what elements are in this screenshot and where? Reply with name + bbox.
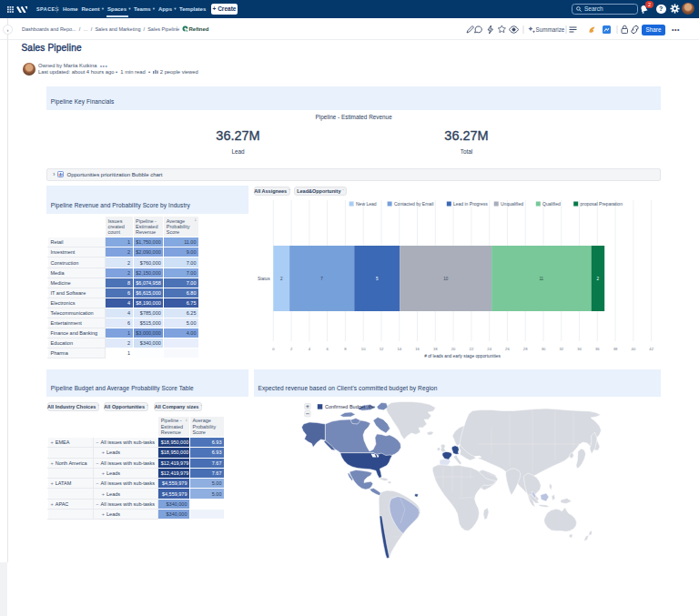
svg-text:6: 6 [326, 347, 329, 351]
svg-text:34: 34 [577, 347, 582, 351]
svg-text:16: 16 [415, 347, 420, 351]
svg-text:8: 8 [344, 347, 347, 351]
svg-text:7: 7 [320, 277, 323, 281]
svg-text:proposal Preparation: proposal Preparation [581, 201, 623, 207]
svg-text:11: 11 [539, 277, 543, 281]
svg-text:Confirmed Budget ,the: Confirmed Budget ,the [325, 404, 375, 409]
svg-text:26: 26 [505, 347, 510, 351]
svg-text:10: 10 [361, 347, 366, 351]
svg-text:40: 40 [632, 347, 636, 351]
svg-text:Status: Status [258, 277, 270, 281]
svg-text:# of leads and early stage opp: # of leads and early stage opportunities [424, 354, 501, 358]
svg-text:18: 18 [433, 347, 438, 351]
svg-text:Unqualified: Unqualified [501, 201, 523, 207]
svg-text:2: 2 [290, 347, 293, 351]
svg-text:30: 30 [542, 347, 546, 351]
svg-text:2: 2 [597, 277, 600, 281]
svg-text:Contacted by Email: Contacted by Email [394, 201, 433, 207]
svg-text:4: 4 [309, 347, 311, 351]
svg-text:20: 20 [451, 347, 456, 351]
svg-text:Lead in Progress: Lead in Progress [453, 201, 488, 207]
svg-text:5: 5 [376, 277, 379, 281]
svg-text:42: 42 [649, 347, 653, 351]
svg-text:2: 2 [280, 277, 283, 281]
svg-text:22: 22 [470, 347, 474, 351]
svg-text:0: 0 [272, 347, 275, 351]
svg-text:28: 28 [523, 347, 528, 351]
svg-text:10: 10 [443, 277, 449, 281]
svg-text:12: 12 [380, 347, 384, 351]
svg-text:New Lead: New Lead [356, 201, 377, 207]
svg-text:32: 32 [559, 347, 563, 351]
svg-text:Qualified: Qualified [542, 201, 561, 207]
svg-text:36: 36 [595, 347, 600, 351]
svg-text:14: 14 [397, 347, 401, 351]
svg-text:38: 38 [613, 347, 618, 351]
svg-text:24: 24 [487, 347, 491, 351]
svg-text:Summarize: Summarize [536, 26, 565, 33]
